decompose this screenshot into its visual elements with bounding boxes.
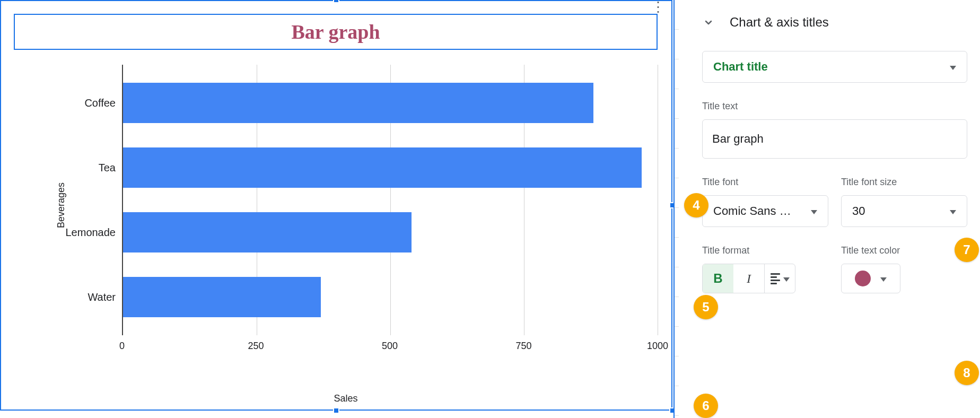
section-label: Chart & axis titles	[730, 15, 829, 30]
align-left-icon	[771, 273, 780, 284]
title-text-input[interactable]: Bar graph	[702, 119, 967, 159]
callout-7: 7	[955, 238, 979, 262]
x-tick-label: 1000	[647, 341, 668, 352]
label-title-format: Title format	[702, 245, 828, 256]
resize-handle-left-hint[interactable]	[0, 203, 1, 207]
bar-tea[interactable]	[123, 147, 642, 188]
resize-handle-bottom[interactable]	[333, 407, 339, 414]
section-chart-axis-titles[interactable]: Chart & axis titles	[702, 15, 967, 30]
y-tick-label: Lemonade	[41, 227, 116, 239]
title-font-size-dropdown[interactable]: 30	[841, 195, 967, 227]
x-tick-label: 250	[248, 341, 264, 352]
chart-more-menu-icon[interactable]: ⋮	[651, 4, 665, 10]
title-color-picker[interactable]	[841, 264, 900, 293]
spreadsheet-grid-peek	[673, 0, 679, 418]
y-tick-label: Coffee	[41, 97, 116, 109]
chevron-down-icon	[950, 210, 956, 214]
title-font-value: Comic Sans …	[713, 204, 791, 218]
align-button[interactable]	[764, 264, 795, 293]
x-axis-title: Sales	[334, 393, 357, 404]
chevron-down-icon	[702, 16, 715, 29]
color-swatch	[855, 271, 871, 286]
resize-handle-top[interactable]	[333, 0, 339, 3]
chart-selection-box[interactable]: ⋮ Bar graph Beverages Coffee Tea Lemonad…	[0, 0, 672, 411]
title-format-group: B I	[702, 264, 795, 293]
title-selector-value: Chart title	[713, 60, 768, 74]
chevron-down-icon	[880, 277, 887, 282]
chart-canvas[interactable]: ⋮ Bar graph Beverages Coffee Tea Lemonad…	[0, 0, 679, 418]
chart-editor-sidebar: Chart & axis titles Chart title Title te…	[679, 0, 980, 418]
title-text-value: Bar graph	[712, 132, 764, 146]
italic-button[interactable]: I	[733, 264, 764, 293]
bold-button[interactable]: B	[703, 264, 733, 293]
title-font-dropdown[interactable]: Comic Sans …	[702, 195, 828, 227]
label-title-font: Title font	[702, 177, 828, 188]
chevron-down-icon	[783, 277, 790, 282]
label-title-text: Title text	[702, 101, 967, 112]
label-title-color: Title text color	[841, 245, 967, 256]
y-tick-label: Water	[41, 291, 116, 303]
bar-coffee[interactable]	[123, 83, 593, 123]
plot-inner	[122, 65, 658, 335]
callout-8: 8	[955, 361, 979, 385]
chevron-down-icon	[811, 210, 817, 214]
x-tick-label: 750	[515, 341, 531, 352]
callout-6: 6	[694, 394, 718, 418]
x-tick-label: 500	[382, 341, 398, 352]
label-title-font-size: Title font size	[841, 177, 967, 188]
y-tick-label: Tea	[41, 162, 116, 174]
bar-water[interactable]	[123, 277, 321, 317]
chart-plot-area: Beverages Coffee Tea Lemonade Water	[33, 65, 659, 346]
bar-lemonade[interactable]	[123, 212, 412, 252]
chart-title-editor[interactable]: Bar graph	[14, 14, 658, 50]
callout-5: 5	[694, 295, 718, 319]
x-tick-label: 0	[119, 341, 125, 352]
title-selector-dropdown[interactable]: Chart title	[702, 51, 967, 83]
chevron-down-icon	[950, 66, 956, 70]
callout-4: 4	[684, 193, 708, 217]
title-font-size-value: 30	[852, 204, 865, 218]
y-axis-title: Beverages	[56, 182, 67, 228]
chart-title-text: Bar graph	[291, 20, 380, 43]
gridline	[658, 65, 658, 335]
